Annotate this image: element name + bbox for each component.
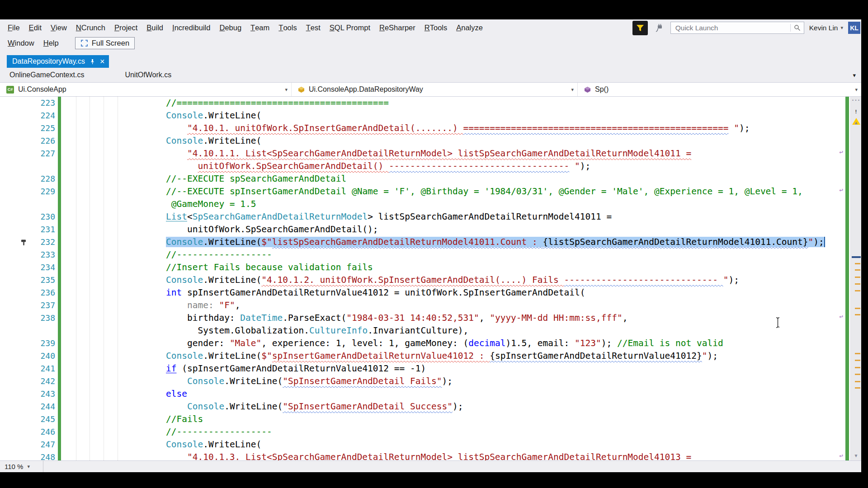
tab-unitofwork-cs[interactable]: UnitOfWork.cs bbox=[122, 71, 174, 79]
code-line-248[interactable]: 248"4.10.1.3. List<SpSearchGamerAndDetai… bbox=[0, 451, 861, 460]
line-number[interactable]: 241 bbox=[0, 362, 55, 375]
line-number[interactable]: 223 bbox=[0, 97, 55, 109]
line-number[interactable]: 227 bbox=[0, 147, 55, 160]
menu-item-team[interactable]: Team bbox=[246, 19, 274, 36]
warning-icon[interactable]: ! bbox=[852, 108, 860, 115]
project-dropdown[interactable]: C# Ui.ConsoleApp bbox=[0, 83, 292, 96]
code-line-238-wrap[interactable]: System.Globalization.CultureInfo.Invaria… bbox=[0, 324, 861, 337]
code-line-231[interactable]: 231unitOfWork.SpSearchGamerAndDetail(); bbox=[0, 223, 861, 236]
code-line-234[interactable]: 234//Insert Fails because validation fai… bbox=[0, 261, 861, 274]
line-number[interactable]: 243 bbox=[0, 388, 55, 400]
code-tokens: Console.WriteLine("SpInsertGamerAndDetai… bbox=[187, 376, 453, 386]
code-line-229[interactable]: 229//--EXECUTE spInsertGamerAndDetail @N… bbox=[0, 185, 861, 198]
close-icon[interactable] bbox=[100, 57, 105, 66]
code-line-239[interactable]: 239gender: "Male", experience: 1, level:… bbox=[0, 337, 861, 350]
change-bar bbox=[58, 438, 61, 451]
menu-item-edit[interactable]: Edit bbox=[24, 19, 46, 36]
code-line-227-wrap[interactable]: unitOfWork.SpSearchGamerAndDetail() ----… bbox=[0, 160, 861, 173]
code-line-227[interactable]: 227"4.10.1.1. List<SpSearchGamerAndDetai… bbox=[0, 147, 861, 160]
line-number[interactable]: 242 bbox=[0, 375, 55, 388]
user-menu[interactable]: Kevin Lin bbox=[809, 24, 843, 32]
menu-item-project[interactable]: Project bbox=[110, 19, 142, 36]
menu-item-test[interactable]: Test bbox=[302, 19, 325, 36]
pin-icon[interactable] bbox=[90, 59, 95, 65]
code-line-245[interactable]: 245//Fails bbox=[0, 413, 861, 426]
code-line-225[interactable]: 225"4.10.1. unitOfWork.SpInsertGamerAndD… bbox=[0, 122, 861, 135]
menu-item-build[interactable]: Build bbox=[142, 19, 168, 36]
code-line-238[interactable]: 238birthday: DateTime.ParseExact("1984-0… bbox=[0, 312, 861, 324]
code-line-241[interactable]: 241if (spInsertGamerAndDetailReturnValue… bbox=[0, 362, 861, 375]
member-dropdown[interactable]: Sp() bbox=[578, 83, 861, 96]
line-number[interactable]: 246 bbox=[0, 426, 55, 438]
full-screen-button[interactable]: Full Screen bbox=[75, 37, 135, 49]
menu-item-ncrunch[interactable]: NCrunch bbox=[71, 19, 110, 36]
code-line-244[interactable]: 244Console.WriteLine("SpInsertGamerAndDe… bbox=[0, 400, 861, 413]
line-number[interactable]: 234 bbox=[0, 261, 55, 274]
quick-launch-input[interactable]: Quick Launch bbox=[670, 22, 804, 34]
line-number[interactable]: 238 bbox=[0, 312, 55, 324]
type-dropdown[interactable]: Ui.ConsoleApp.DataRepositoryWay bbox=[292, 83, 578, 96]
avatar[interactable]: KL bbox=[848, 22, 860, 34]
filter-button[interactable] bbox=[632, 21, 648, 35]
selection: Console.WriteLine($"listSpSearchGamerAnd… bbox=[166, 237, 825, 247]
plug-button[interactable] bbox=[653, 22, 665, 34]
code-line-235[interactable]: 235Console.WriteLine("4.10.1.2. unitOfWo… bbox=[0, 274, 861, 286]
line-number[interactable]: 230 bbox=[0, 211, 55, 223]
line-number[interactable]: 231 bbox=[0, 223, 55, 236]
code-line-230[interactable]: 230List<SpSearchGamerAndDetailReturnMode… bbox=[0, 211, 861, 223]
code-line-232[interactable]: 232Console.WriteLine($"listSpSearchGamer… bbox=[0, 236, 861, 249]
menu-item-sql-prompt[interactable]: SQL Prompt bbox=[325, 19, 375, 36]
line-number[interactable]: 240 bbox=[0, 350, 55, 362]
line-number[interactable]: 248 bbox=[0, 451, 55, 460]
line-number[interactable]: 244 bbox=[0, 400, 55, 413]
tab-onlinegamecontext-cs[interactable]: OnlineGameContext.cs bbox=[7, 71, 87, 79]
menu-item-file[interactable]: File bbox=[3, 19, 24, 36]
line-number[interactable]: 239 bbox=[0, 337, 55, 350]
code-editor[interactable]: 223//===================================… bbox=[0, 97, 861, 460]
vertical-scrollbar[interactable]: ! bbox=[850, 97, 861, 460]
code-line-229-wrap[interactable]: @GameMoney = 1.5 bbox=[0, 198, 861, 211]
scroll-down-button[interactable] bbox=[851, 451, 861, 460]
project-name: Ui.ConsoleApp bbox=[18, 85, 281, 94]
tab-datarepositoryway[interactable]: DataRepositoryWay.cs bbox=[7, 55, 109, 68]
line-number[interactable]: 235 bbox=[0, 274, 55, 286]
code-line-223[interactable]: 223//===================================… bbox=[0, 97, 861, 109]
tab-list-chevron-icon[interactable] bbox=[853, 72, 856, 79]
line-number[interactable]: 233 bbox=[0, 249, 55, 261]
scroll-annotation-change bbox=[855, 269, 860, 271]
code-line-242[interactable]: 242Console.WriteLine("SpInsertGamerAndDe… bbox=[0, 375, 861, 388]
menu-item-debug[interactable]: Debug bbox=[215, 19, 246, 36]
menu-item-resharper[interactable]: ReSharper bbox=[375, 19, 420, 36]
menu-item-incredibuild[interactable]: Incredibuild bbox=[168, 19, 215, 36]
code-line-237[interactable]: 237name: "F", bbox=[0, 299, 861, 312]
zoom-control[interactable]: 110 % bbox=[0, 461, 43, 472]
line-number[interactable]: 229 bbox=[0, 185, 55, 198]
code-line-246[interactable]: 246//------------------ bbox=[0, 426, 861, 438]
menu-item-tools[interactable]: Tools bbox=[274, 19, 301, 36]
line-number[interactable]: 236 bbox=[0, 286, 55, 299]
code-line-224[interactable]: 224Console.WriteLine( bbox=[0, 109, 861, 122]
code-line-240[interactable]: 240Console.WriteLine($"spInsertGamerAndD… bbox=[0, 350, 861, 362]
menu-item-window[interactable]: Window bbox=[3, 36, 39, 50]
line-number[interactable]: 226 bbox=[0, 135, 55, 147]
menu-item-view[interactable]: View bbox=[46, 19, 71, 36]
code-tokens: else bbox=[166, 389, 187, 399]
code-line-226[interactable]: 226Console.WriteLine( bbox=[0, 135, 861, 147]
menu-item-r-tools[interactable]: R Tools bbox=[420, 19, 452, 36]
line-number[interactable]: 224 bbox=[0, 109, 55, 122]
menu-item-analyze[interactable]: Analyze bbox=[452, 19, 487, 36]
splitter-grip[interactable] bbox=[851, 98, 861, 103]
line-number[interactable]: 232 bbox=[0, 236, 55, 249]
line-number[interactable]: 237 bbox=[0, 299, 55, 312]
line-number[interactable]: 228 bbox=[0, 173, 55, 185]
line-number[interactable]: 247 bbox=[0, 438, 55, 451]
code-line-228[interactable]: 228//--EXECUTE spSearchGamerAndDetail bbox=[0, 173, 861, 185]
code-line-233[interactable]: 233//------------------ bbox=[0, 249, 861, 261]
code-line-243[interactable]: 243else bbox=[0, 388, 861, 400]
menu-item-help[interactable]: Help bbox=[39, 36, 63, 50]
line-number[interactable]: 225 bbox=[0, 122, 55, 135]
code-line-236[interactable]: 236int spInsertGamerAndDetailReturnValue… bbox=[0, 286, 861, 299]
scroll-up-button[interactable] bbox=[851, 118, 861, 127]
line-number[interactable]: 245 bbox=[0, 413, 55, 426]
code-line-247[interactable]: 247Console.WriteLine( bbox=[0, 438, 861, 451]
